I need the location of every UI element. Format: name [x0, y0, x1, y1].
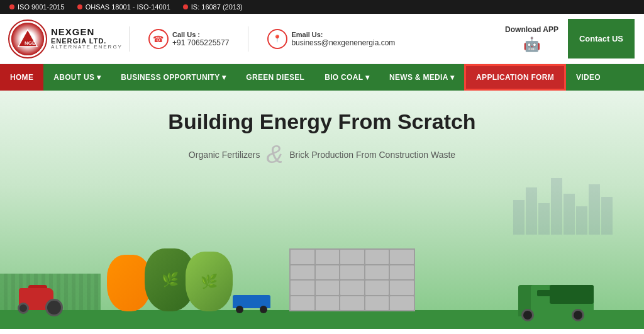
download-app-label: Download APP	[505, 25, 558, 34]
logo-text: NEXGEN ENERGIA LTD. ALTERNATE ENERGY	[51, 27, 123, 50]
mini-truck-wheel-1	[236, 306, 243, 313]
logo-svg: NGE	[16, 28, 39, 50]
truck-wheel-1	[521, 309, 534, 321]
nav-application-form[interactable]: APPLICATION FORM	[464, 64, 566, 91]
logo-circle: NGE	[9, 21, 46, 57]
hero-subtitle-left: Organic Fertilizers	[189, 150, 260, 160]
email-value: business@nexgenenergia.com	[291, 38, 395, 47]
cert-2-label: OHSAS 18001 - ISO-14001	[86, 3, 170, 11]
red-tractor	[13, 279, 63, 316]
email-icon: 📍	[267, 29, 287, 49]
logo-area[interactable]: NGE NEXGEN ENERGIA LTD. ALTERNATE ENERGY	[9, 21, 123, 57]
call-value: +91 7065225577	[172, 38, 229, 47]
cert-dot-3	[183, 4, 188, 9]
building-8	[601, 197, 613, 235]
logo-inner: NGE	[11, 23, 44, 55]
logo-title: NEXGEN	[51, 27, 123, 38]
phone-block: ☎ Call Us : +91 7065225577	[148, 29, 229, 49]
svg-text:NGE: NGE	[25, 40, 36, 46]
truck-accent	[537, 290, 591, 296]
divider-2	[248, 26, 248, 52]
building-3	[538, 203, 550, 235]
building-5	[564, 194, 575, 235]
leaf-icon-1: 🌿	[162, 272, 179, 288]
contact-us-button[interactable]: Contact US	[568, 19, 635, 58]
mini-truck	[233, 291, 270, 313]
nav-home[interactable]: HOME	[0, 64, 43, 91]
tractor-wheel-big	[45, 299, 63, 316]
phone-text: Call Us : +91 7065225577	[172, 31, 229, 47]
green-truck	[518, 272, 594, 316]
mini-truck-wheel-2	[260, 306, 267, 313]
hero-subtitle: Organic Fertilizers & Brick Production F…	[189, 140, 455, 169]
cert-3-label: IS: 16087 (2013)	[191, 3, 243, 11]
header: NGE NEXGEN ENERGIA LTD. ALTERNATE ENERGY…	[0, 14, 644, 64]
divider-1	[129, 26, 130, 52]
brick-wall	[289, 248, 415, 311]
email-block: 📍 Email Us: business@nexgenenergia.com	[267, 29, 395, 49]
nav-video[interactable]: VIDEO	[566, 64, 611, 91]
tractor-wheel-small	[18, 303, 29, 314]
cert-1-label: ISO 9001-2015	[18, 3, 65, 11]
top-bar: ISO 9001-2015 OHSAS 18001 - ISO-14001 IS…	[0, 0, 644, 14]
leaf-icon-2: 🌿	[201, 274, 218, 290]
hero-title: Building Energy From Scratch	[168, 109, 475, 134]
building-2	[526, 187, 537, 235]
building-1	[513, 200, 525, 235]
nav-news[interactable]: NEWS & MEDIA ▾	[379, 64, 464, 91]
nav-business[interactable]: BUSINESS OPPORTUNITY ▾	[111, 64, 236, 91]
hero-subtitle-right: Brick Production From Construction Waste	[289, 150, 455, 160]
nav-green-diesel[interactable]: GREEN DIESEL	[236, 64, 314, 91]
logo-alt: ALTERNATE ENERGY	[51, 45, 123, 50]
phone-icon: ☎	[148, 29, 169, 49]
city-silhouette	[513, 178, 613, 235]
truck-wheel-2	[572, 309, 584, 321]
call-label: Call Us :	[172, 31, 229, 38]
nav-bio-coal[interactable]: BIO COAL ▾	[314, 64, 379, 91]
cert-1: ISO 9001-2015	[9, 3, 65, 11]
bag-green-light: 🌿	[186, 252, 233, 311]
ampersand-icon: &	[266, 140, 283, 169]
truck-body	[531, 285, 594, 316]
nav-about[interactable]: ABOUT US ▾	[43, 64, 111, 91]
building-7	[589, 184, 600, 235]
email-label: Email Us:	[291, 31, 395, 38]
hero-section: Building Energy From Scratch Organic Fer…	[0, 91, 644, 329]
nav-bar: HOME ABOUT US ▾ BUSINESS OPPORTUNITY ▾ G…	[0, 64, 644, 91]
cert-2: OHSAS 18001 - ISO-14001	[77, 3, 170, 11]
email-text: Email Us: business@nexgenenergia.com	[291, 31, 395, 47]
download-app[interactable]: Download APP 🤖	[505, 25, 558, 53]
building-6	[576, 206, 587, 235]
android-icon: 🤖	[523, 36, 540, 53]
cert-3: IS: 16087 (2013)	[183, 3, 243, 11]
cert-dot-1	[9, 4, 14, 9]
cert-dot-2	[77, 4, 82, 9]
ground-scene: 🌿 🌿	[0, 235, 644, 329]
building-4	[551, 178, 562, 235]
